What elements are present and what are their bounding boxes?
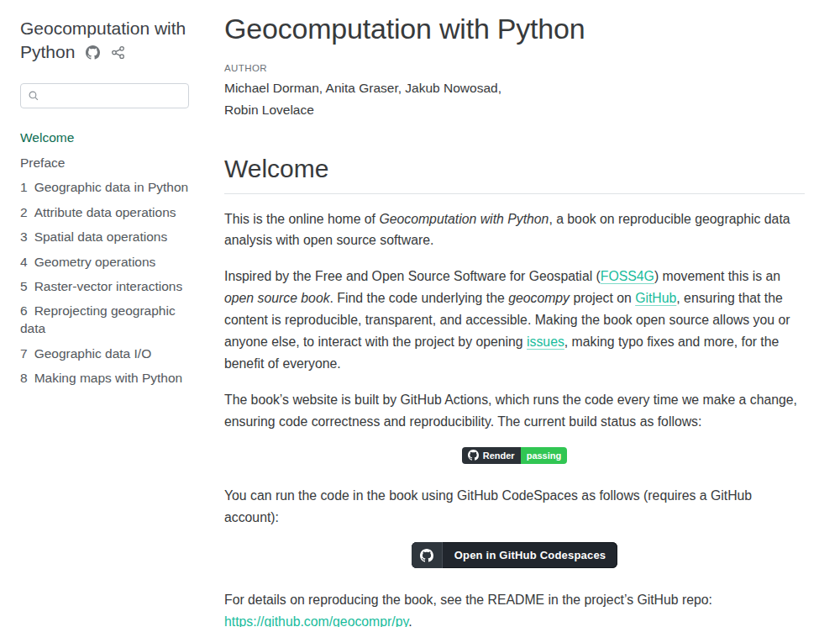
paragraph-readme: For details on reproducing the book, see…	[224, 589, 805, 627]
text-segment: You can run the code in the book using G…	[224, 488, 752, 524]
page: Geocomputation with Python	[0, 0, 840, 627]
section-title: Welcome	[224, 155, 805, 194]
sidebar-item-geographic-data-in-python[interactable]: 1Geographic data in Python	[20, 179, 190, 197]
sidebar-item-geometry-operations[interactable]: 4Geometry operations	[20, 254, 190, 271]
chapter-number: 3	[20, 229, 28, 244]
inline-link[interactable]: issues	[527, 335, 564, 349]
sidebar-item-raster-vector-interactions[interactable]: 5Raster-vector interactions	[20, 278, 190, 296]
badge-label-segment: Render	[462, 447, 521, 464]
codespaces-row: Open in GitHub Codespaces	[224, 542, 805, 568]
chapter-title: Reprojecting geographic data	[20, 303, 176, 335]
text-segment: project on	[570, 291, 635, 305]
search-input[interactable]	[20, 83, 189, 108]
text-segment: Inspired by the Free and Open Source Sof…	[224, 269, 601, 283]
text-segment: . Find the code underlying the	[330, 291, 509, 305]
book-title: Geocomputation with Python	[20, 17, 190, 65]
chapter-number: 2	[20, 205, 28, 219]
sidebar-item-making-maps-with-python[interactable]: 8Making maps with Python	[20, 370, 190, 387]
chapter-title: Preface	[20, 155, 65, 170]
chapter-title: Attribute data operations	[34, 205, 176, 219]
sidebar-item-preface[interactable]: Preface	[20, 155, 190, 172]
sidebar-item-geographic-data-i-o[interactable]: 7Geographic data I/O	[20, 345, 190, 363]
emphasis-text: open source book	[224, 291, 330, 305]
author-label: AUTHOR	[224, 63, 805, 73]
sidebar-item-reprojecting-geographic-data[interactable]: 6Reprojecting geographic data	[20, 303, 190, 338]
chapter-number: 1	[20, 180, 28, 194]
sidebar-nav: WelcomePreface1Geographic data in Python…	[20, 129, 190, 387]
paragraph-build-status: The book’s website is built by GitHub Ac…	[224, 389, 805, 433]
codespaces-button-label: Open in GitHub Codespaces	[443, 542, 618, 568]
text-segment: The book’s website is built by GitHub Ac…	[224, 393, 797, 429]
badge-label: Render	[483, 450, 515, 461]
paragraph-codespaces: You can run the code in the book using G…	[224, 485, 805, 529]
chapter-number: 5	[20, 279, 28, 293]
welcome-section: Welcome This is the online home of Geoco…	[224, 155, 805, 627]
emphasis-text: Geocomputation with Python	[379, 212, 549, 226]
main-content: Geocomputation with Python AUTHOR Michae…	[210, 0, 805, 627]
build-badge-row: Render passing	[224, 447, 805, 464]
chapter-title: Making maps with Python	[34, 371, 183, 385]
sidebar-item-attribute-data-operations[interactable]: 2Attribute data operations	[20, 204, 190, 222]
text-segment: ) movement this is an	[654, 269, 780, 283]
paragraph-open-source: Inspired by the Free and Open Source Sof…	[224, 266, 805, 375]
emphasis-text: geocompy	[508, 291, 570, 305]
page-title: Geocomputation with Python	[224, 13, 805, 45]
sidebar-item-welcome[interactable]: Welcome	[20, 129, 190, 147]
inline-link[interactable]: GitHub	[635, 291, 676, 305]
search-box	[20, 83, 190, 108]
chapter-title: Geographic data in Python	[34, 180, 189, 194]
chapter-title: Spatial data operations	[34, 229, 168, 244]
github-icon[interactable]	[86, 42, 100, 66]
inline-link[interactable]: FOSS4G	[601, 269, 654, 283]
sidebar: Geocomputation with Python	[0, 0, 210, 627]
badge-status: passing	[521, 447, 568, 464]
github-icon	[412, 542, 443, 568]
chapter-title: Geometry operations	[34, 255, 156, 269]
sidebar-item-spatial-data-operations[interactable]: 3Spatial data operations	[20, 229, 190, 246]
chapter-number: 7	[20, 346, 28, 361]
text-segment: .	[408, 614, 412, 627]
github-icon	[468, 450, 479, 461]
text-segment: This is the online home of	[224, 212, 379, 226]
book-title-link[interactable]: Geocomputation with Python	[20, 18, 186, 61]
inline-link[interactable]: https://github.com/geocompr/py	[224, 614, 408, 627]
paragraph-intro: This is the online home of Geocomputatio…	[224, 208, 805, 252]
codespaces-button[interactable]: Open in GitHub Codespaces	[412, 542, 618, 568]
build-status-badge[interactable]: Render passing	[462, 447, 567, 464]
chapter-title: Welcome	[20, 130, 74, 145]
share-icon[interactable]	[111, 42, 125, 66]
text-segment: For details on reproducing the book, see…	[224, 593, 712, 607]
chapter-number: 4	[20, 255, 28, 269]
chapter-title: Geographic data I/O	[34, 346, 152, 361]
chapter-number: 8	[20, 371, 28, 385]
chapter-title: Raster-vector interactions	[34, 279, 183, 293]
chapter-number: 6	[20, 303, 28, 318]
authors: Michael Dorman, Anita Graser, Jakub Nowo…	[224, 77, 518, 120]
